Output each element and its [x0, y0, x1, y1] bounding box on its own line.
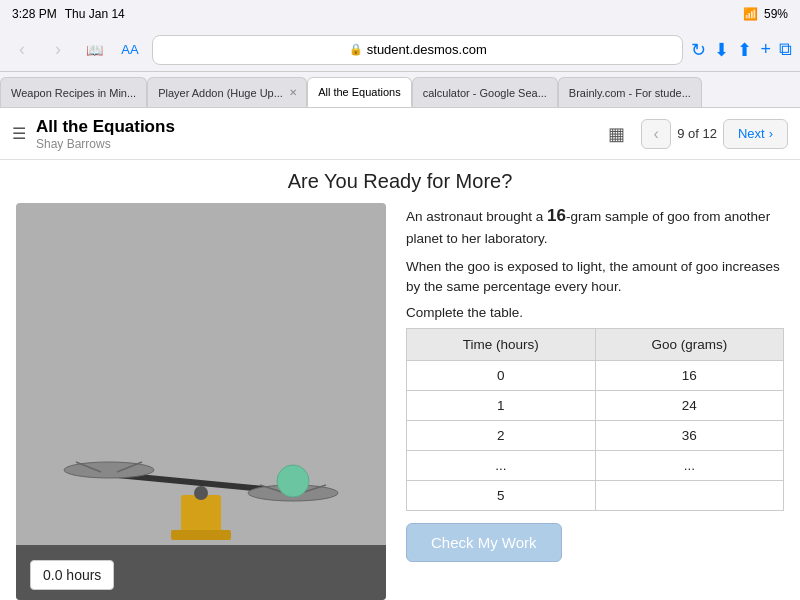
page-title: All the Equations	[36, 117, 608, 137]
col-goo-header: Goo (grams)	[595, 329, 783, 361]
page-subtitle: Shay Barrows	[36, 137, 608, 151]
time-2: 2	[407, 421, 596, 451]
tab-calculator[interactable]: calculator - Google Sea...	[412, 77, 558, 107]
tab-player-addon[interactable]: Player Addon (Huge Up... ✕	[147, 77, 307, 107]
share-button[interactable]: ⬆	[737, 39, 752, 61]
battery: 59%	[764, 7, 788, 21]
table-row: 2 36	[407, 421, 784, 451]
status-bar: 3:28 PM Thu Jan 14 📶 59%	[0, 0, 800, 28]
browser-toolbar: ‹ › 📖 AA 🔒 student.desmos.com ↻ ⬇ ⬆ + ⧉	[0, 28, 800, 72]
content-area: 0.0 hours An astronaut brought a 16-gram…	[0, 203, 800, 600]
svg-rect-0	[181, 495, 221, 535]
table-row: ... ...	[407, 451, 784, 481]
add-tab-button[interactable]: +	[760, 39, 771, 60]
main-content: Are You Ready for More?	[0, 160, 800, 600]
desc-highlight: 16	[547, 206, 566, 225]
menu-icon[interactable]: ☰	[12, 124, 26, 143]
time-5: 5	[407, 481, 596, 511]
svg-point-2	[194, 486, 208, 500]
right-panel: An astronaut brought a 16-gram sample of…	[386, 203, 784, 600]
hours-label: 0.0 hours	[30, 560, 114, 590]
calculator-icon[interactable]: ▦	[608, 123, 625, 145]
next-page-button[interactable]: Next ›	[723, 119, 788, 149]
description1: An astronaut brought a 16-gram sample of…	[406, 203, 784, 249]
table-row: 1 24	[407, 391, 784, 421]
goo-0: 16	[595, 361, 783, 391]
time-dots: ...	[407, 451, 596, 481]
table-row: 5	[407, 481, 784, 511]
download-button[interactable]: ⬇	[714, 39, 729, 61]
svg-rect-1	[171, 530, 231, 540]
lock-icon: 🔒	[349, 43, 363, 56]
time: 3:28 PM	[12, 7, 57, 21]
tab-bar: Weapon Recipes in Min... Player Addon (H…	[0, 72, 800, 108]
page-header: ☰ All the Equations Shay Barrows ▦ ‹ 9 o…	[0, 108, 800, 160]
next-label: Next	[738, 126, 765, 141]
font-size-button[interactable]: AA	[116, 36, 144, 64]
question-title: Are You Ready for More?	[0, 170, 800, 193]
balance-scene	[16, 203, 386, 600]
goo-dots: ...	[595, 451, 783, 481]
page-title-block: All the Equations Shay Barrows	[36, 117, 608, 151]
tab-all-equations[interactable]: All the Equations	[307, 77, 412, 107]
forward-button[interactable]: ›	[44, 36, 72, 64]
complete-prompt: Complete the table.	[406, 305, 784, 320]
tab-label: calculator - Google Sea...	[423, 87, 547, 99]
next-chevron-icon: ›	[769, 126, 773, 141]
address-bar[interactable]: 🔒 student.desmos.com	[152, 35, 683, 65]
time-0: 0	[407, 361, 596, 391]
tab-label: All the Equations	[318, 86, 401, 98]
goo-2: 36	[595, 421, 783, 451]
svg-point-10	[277, 465, 309, 497]
check-my-work-button[interactable]: Check My Work	[406, 523, 562, 562]
url-text: student.desmos.com	[367, 42, 487, 57]
tab-brainly[interactable]: Brainly.com - For stude...	[558, 77, 702, 107]
balance-image-area: 0.0 hours	[16, 203, 386, 600]
page-indicator: 9 of 12	[677, 126, 717, 141]
goo-5-input[interactable]	[595, 481, 783, 511]
svg-point-4	[64, 462, 154, 478]
description2: When the goo is exposed to light, the am…	[406, 257, 784, 298]
nav-controls: ‹ 9 of 12 Next ›	[641, 119, 788, 149]
desc-part1: An astronaut brought a	[406, 209, 547, 224]
goo-1: 24	[595, 391, 783, 421]
hours-value: 0.0 hours	[43, 567, 101, 583]
back-button[interactable]: ‹	[8, 36, 36, 64]
tabs-button[interactable]: ⧉	[779, 39, 792, 60]
tab-close-icon[interactable]: ✕	[289, 87, 297, 98]
balance-scale-svg	[41, 365, 361, 545]
wifi-icon: 📶	[743, 7, 758, 21]
tab-label: Brainly.com - For stude...	[569, 87, 691, 99]
tab-label: Player Addon (Huge Up...	[158, 87, 283, 99]
tab-label: Weapon Recipes in Min...	[11, 87, 136, 99]
col-time-header: Time (hours)	[407, 329, 596, 361]
date: Thu Jan 14	[65, 7, 125, 21]
data-table: Time (hours) Goo (grams) 0 16 1 24 2	[406, 328, 784, 511]
prev-page-button[interactable]: ‹	[641, 119, 671, 149]
time-1: 1	[407, 391, 596, 421]
table-row: 0 16	[407, 361, 784, 391]
reader-button[interactable]: 📖	[80, 36, 108, 64]
reload-button[interactable]: ↻	[691, 39, 706, 61]
tab-weapon-recipes[interactable]: Weapon Recipes in Min...	[0, 77, 147, 107]
